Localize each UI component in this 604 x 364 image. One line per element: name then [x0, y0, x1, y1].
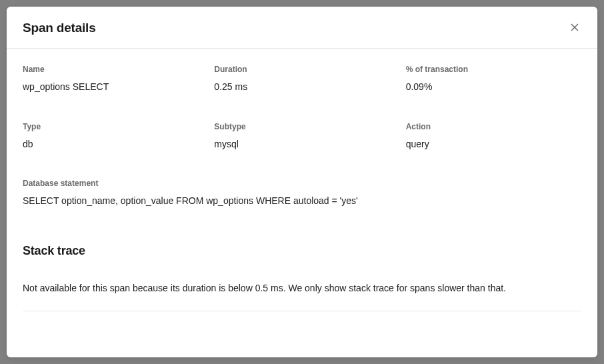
- close-button[interactable]: [568, 20, 581, 36]
- field-pct-label: % of transaction: [406, 65, 581, 74]
- field-action: Action query: [406, 122, 581, 151]
- modal-title: Span details: [23, 21, 96, 35]
- field-dbstmt-value: SELECT option_name, option_value FROM wp…: [23, 195, 581, 208]
- field-name-value: wp_options SELECT: [23, 81, 198, 94]
- close-icon: [571, 23, 579, 33]
- field-type-value: db: [23, 138, 198, 151]
- field-duration-label: Duration: [214, 65, 389, 74]
- modal-body: Name wp_options SELECT Duration 0.25 ms …: [7, 49, 597, 357]
- field-duration: Duration 0.25 ms: [214, 65, 389, 94]
- field-duration-value: 0.25 ms: [214, 81, 389, 94]
- field-action-label: Action: [406, 122, 581, 131]
- field-dbstmt-label: Database statement: [23, 179, 581, 188]
- field-name-label: Name: [23, 65, 198, 74]
- field-subtype-label: Subtype: [214, 122, 389, 131]
- modal-header: Span details: [7, 7, 597, 49]
- field-dbstmt: Database statement SELECT option_name, o…: [23, 179, 581, 208]
- field-subtype-value: mysql: [214, 138, 389, 151]
- details-grid: Name wp_options SELECT Duration 0.25 ms …: [23, 65, 581, 151]
- stack-trace-title: Stack trace: [23, 244, 581, 258]
- field-name: Name wp_options SELECT: [23, 65, 198, 94]
- field-pct-value: 0.09%: [406, 81, 581, 94]
- stack-trace-message: Not available for this span because its …: [23, 282, 581, 295]
- span-details-modal: Span details Name wp_options SELECT Dura…: [7, 7, 597, 357]
- field-pct: % of transaction 0.09%: [406, 65, 581, 94]
- divider: [23, 311, 581, 311]
- field-subtype: Subtype mysql: [214, 122, 389, 151]
- field-type: Type db: [23, 122, 198, 151]
- field-action-value: query: [406, 138, 581, 151]
- field-type-label: Type: [23, 122, 198, 131]
